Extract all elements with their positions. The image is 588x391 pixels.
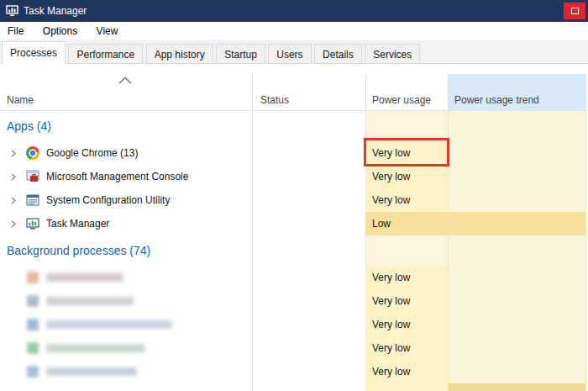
power-usage-cell: Very low: [365, 336, 448, 360]
redacted-process-name: [46, 344, 145, 352]
redacted-process-icon: [27, 295, 39, 307]
power-trend-cell: [449, 212, 585, 235]
power-usage-cell: Very low: [365, 289, 448, 313]
tab-startup[interactable]: Startup: [216, 44, 265, 64]
menu-file[interactable]: File: [0, 22, 31, 40]
window-title: Task Manager: [24, 0, 87, 22]
table-row-redacted[interactable]: Very low: [0, 336, 585, 360]
system-configuration-icon: [26, 193, 39, 207]
column-header-name[interactable]: Name: [7, 94, 34, 106]
power-usage-cell: Very low: [365, 165, 448, 188]
task-manager-window: { "window": { "title": "Task Manager" },…: [0, 0, 588, 391]
process-name: Task Manager: [46, 212, 109, 235]
table-row-task-manager[interactable]: Task Manager Low: [0, 212, 585, 235]
table-row-google-chrome[interactable]: Google Chrome (13) Very low: [0, 141, 585, 165]
power-trend-cell: [449, 383, 585, 391]
group-label: Background processes (74): [7, 244, 150, 257]
power-usage-cell: Low: [365, 212, 448, 235]
menu-view[interactable]: View: [89, 22, 126, 40]
task-manager-row-icon: [26, 217, 39, 230]
group-header-background-processes[interactable]: Background processes (74): [0, 235, 585, 266]
power-trend-cell: [449, 360, 585, 383]
power-usage-cell: Very low: [365, 313, 448, 336]
menu-options[interactable]: Options: [35, 22, 85, 40]
maximize-button[interactable]: [564, 3, 585, 19]
mmc-icon: [26, 170, 39, 183]
tab-users[interactable]: Users: [268, 44, 311, 64]
group-header-apps[interactable]: Apps (4): [0, 111, 585, 141]
power-trend-cell: [449, 188, 585, 212]
tab-app-history[interactable]: App history: [146, 44, 213, 64]
chrome-icon: [26, 146, 39, 160]
power-usage-cell: Very low: [365, 266, 448, 289]
column-header-power[interactable]: Power usage: [372, 94, 431, 106]
process-name: Google Chrome (13): [46, 141, 138, 165]
power-trend-cell: [449, 313, 585, 336]
power-trend-cell: [449, 336, 585, 360]
expand-chevron-icon[interactable]: [10, 150, 17, 157]
tab-processes[interactable]: Processes: [2, 41, 66, 64]
sort-ascending-icon: [118, 77, 132, 84]
table-row-system-configuration[interactable]: System Configuration Utility Very low: [0, 188, 585, 212]
power-trend-cell: [449, 289, 585, 313]
process-name: System Configuration Utility: [46, 188, 170, 212]
power-trend-cell: [449, 165, 585, 188]
tab-details[interactable]: Details: [314, 44, 362, 64]
redacted-process-icon: [27, 272, 39, 283]
redacted-process-icon: [27, 366, 39, 378]
expand-chevron-icon[interactable]: [10, 220, 17, 228]
power-trend-cell: [449, 266, 585, 289]
table-row-redacted[interactable]: Very low: [0, 289, 585, 313]
column-separator[interactable]: [585, 74, 586, 391]
redacted-process-icon: [27, 342, 39, 354]
power-usage-cell: Very low: [365, 141, 448, 165]
column-header-status[interactable]: Status: [260, 94, 289, 106]
power-usage-cell: Very low: [365, 360, 448, 383]
table-row-redacted[interactable]: Very low: [0, 266, 585, 289]
expand-chevron-icon[interactable]: [10, 173, 17, 181]
title-bar: Task Manager: [0, 0, 588, 22]
process-name: Microsoft Management Console: [46, 165, 188, 188]
table-row-mmc[interactable]: Microsoft Management Console Very low: [0, 165, 585, 188]
power-usage-cell: [365, 383, 448, 391]
expand-chevron-icon[interactable]: [10, 197, 17, 204]
group-label: Apps (4): [7, 119, 51, 133]
maximize-icon: [571, 8, 579, 14]
menu-bar: File Options View: [0, 22, 588, 40]
tab-services[interactable]: Services: [365, 44, 420, 64]
power-trend-cell: [449, 141, 585, 165]
task-manager-icon: [6, 5, 18, 17]
process-table: Name Status Power usage Power usage tren…: [0, 64, 588, 391]
tab-bar: Processes Performance App history Startu…: [0, 40, 588, 64]
tab-performance[interactable]: Performance: [68, 44, 143, 64]
power-usage-cell: Very low: [365, 188, 448, 212]
redacted-process-name: [46, 320, 172, 329]
table-row-redacted[interactable]: Very low: [0, 313, 585, 336]
table-row-partial[interactable]: [0, 383, 585, 391]
redacted-process-icon: [27, 319, 39, 330]
redacted-process-name: [46, 273, 123, 282]
redacted-process-name: [46, 367, 137, 376]
redacted-process-name: [46, 297, 134, 305]
table-row-redacted[interactable]: Very low: [0, 360, 585, 383]
column-header-trend[interactable]: Power usage trend: [454, 94, 539, 106]
